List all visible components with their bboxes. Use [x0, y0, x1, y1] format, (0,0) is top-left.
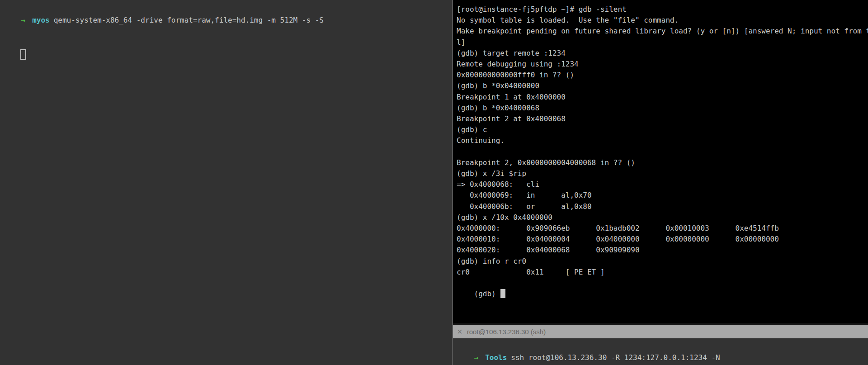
- terminal-line: 0x4000000: 0x909066eb 0x1badb002 0x00010…: [457, 223, 868, 234]
- ssh-session-title-bar: × root@106.13.236.30 (ssh): [453, 325, 868, 338]
- terminal-line: No symbol table is loaded. Use the "file…: [457, 15, 868, 26]
- terminal-line: Make breakpoint pending on future shared…: [457, 26, 868, 37]
- qemu-prompt-line: →myosqemu-system-x86_64 -drive format=ra…: [4, 4, 449, 37]
- qemu-command: qemu-system-x86_64 -drive format=raw,fil…: [54, 16, 324, 24]
- terminal-line: Breakpoint 2 at 0x4000068: [457, 114, 868, 124]
- prompt-cwd: Tools: [485, 353, 507, 362]
- qemu-cursor-line: [4, 37, 449, 74]
- close-icon[interactable]: ×: [457, 327, 462, 336]
- terminal-line: (gdb) info r cr0: [457, 256, 868, 267]
- terminal-line: (gdb) b *0x04000068: [457, 103, 868, 114]
- terminal-line: (gdb) x /10x 0x4000000: [457, 212, 868, 223]
- hollow-cursor: [20, 49, 26, 60]
- terminal-line: => 0x4000068: cli: [457, 179, 868, 190]
- terminal-line: 0x4000020: 0x04000068 0x90909090: [457, 245, 868, 256]
- terminal-line: 0x4000010: 0x04000004 0x04000000 0x00000…: [457, 234, 868, 245]
- qemu-terminal-pane[interactable]: →myosqemu-system-x86_64 -drive format=ra…: [0, 0, 452, 365]
- prompt-arrow-icon: →: [21, 16, 26, 24]
- ssh-session-title: root@106.13.236.30 (ssh): [467, 328, 546, 336]
- gdb-prompt-line: (gdb): [457, 278, 868, 311]
- terminal-line: l]: [457, 37, 868, 48]
- terminal-line: (gdb) target remote :1234: [457, 48, 868, 59]
- terminal-line: Remote debugging using :1234: [457, 59, 868, 70]
- terminal-line: Breakpoint 2, 0x0000000004000068 in ?? (…: [457, 157, 868, 168]
- terminal-line: [457, 147, 868, 157]
- gdb-terminal-pane[interactable]: [root@instance-fj5pftdp ~]# gdb -silent …: [453, 0, 868, 323]
- prompt-cwd: myos: [32, 16, 50, 24]
- terminal-line: 0x000000000000fff0 in ?? (): [457, 70, 868, 81]
- gdb-prompt: (gdb): [474, 289, 500, 298]
- terminal-line: [root@instance-fj5pftdp ~]# gdb -silent: [457, 4, 868, 15]
- ssh-tunnel-command: ssh root@106.13.236.30 -R 1234:127.0.0.1…: [511, 353, 720, 362]
- terminal-line: Breakpoint 1 at 0x4000000: [457, 92, 868, 103]
- block-cursor: [500, 289, 505, 298]
- terminal-line: 0x400006b: or al,0x80: [457, 201, 868, 212]
- terminal-line: (gdb) b *0x04000000: [457, 81, 868, 91]
- ssh-tunnel-terminal-pane[interactable]: →Toolsssh root@106.13.236.30 -R 1234:127…: [453, 338, 868, 365]
- terminal-line: 0x4000069: in al,0x70: [457, 190, 868, 201]
- tunnel-prompt-line: →Toolsssh root@106.13.236.30 -R 1234:127…: [457, 341, 868, 365]
- terminal-line: (gdb) c: [457, 124, 868, 135]
- terminal-line: (gdb) x /3i $rip: [457, 168, 868, 179]
- terminal-line: Continuing.: [457, 135, 868, 146]
- prompt-arrow-icon: →: [474, 353, 479, 362]
- terminal-line: cr0 0x11 [ PE ET ]: [457, 267, 868, 278]
